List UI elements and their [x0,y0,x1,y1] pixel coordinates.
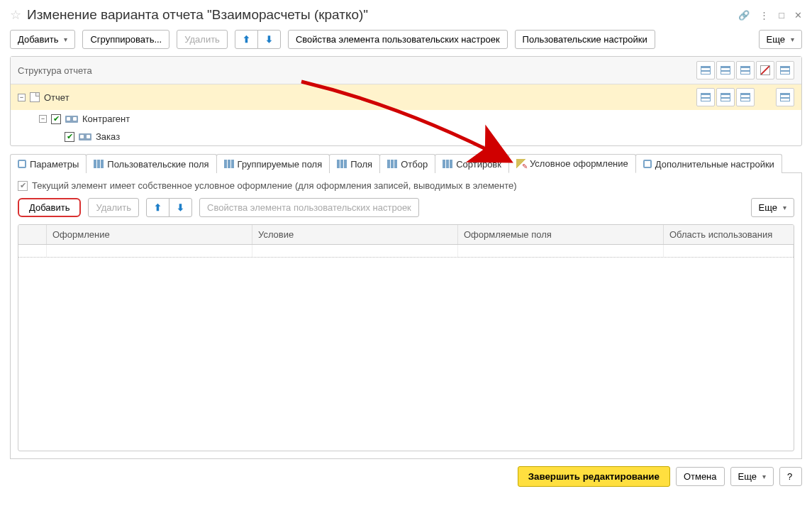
params-icon [18,160,26,168]
panel-icon-5[interactable] [776,61,794,79]
tab-parameters[interactable]: Параметры [10,154,87,173]
tab-conditional-appearance[interactable]: Условное оформление [508,154,636,173]
tree-label-report: Отчет [44,92,69,103]
panel-icon-1[interactable] [696,61,715,79]
delete-condition-button: Удалить [88,198,139,217]
group-button[interactable]: Сгруппировать... [82,30,169,49]
maximize-icon[interactable]: □ [779,10,784,21]
arrow-down-icon: ⬇ [265,34,273,45]
move-up-button[interactable]: ⬆ [235,30,258,49]
add-condition-button[interactable]: Добавить [18,198,81,217]
grid-empty-row [18,245,794,258]
filter-icon [387,160,397,168]
element-props-button[interactable]: Свойства элемента пользовательских настр… [288,30,508,49]
fields-icon [337,160,347,168]
tab-additional-settings[interactable]: Дополнительные настройки [635,154,782,173]
document-icon [30,92,40,102]
user-settings-button[interactable]: Пользовательские настройки [515,30,655,49]
report-structure-panel: Структура отчета − Отчет [10,56,802,146]
favorite-star-icon[interactable]: ☆ [10,7,21,23]
tree-row-report[interactable]: − Отчет [11,84,801,110]
group-icon [65,116,78,123]
tab-grouped-fields[interactable]: Группируемые поля [216,154,330,173]
report-tree: − Отчет − Контрагент [11,84,801,145]
close-icon[interactable]: ✕ [794,10,802,21]
row-icon-2[interactable] [716,88,735,106]
col-appearance: Оформление [47,225,252,244]
panel-icon-2[interactable] [716,61,735,79]
sort-icon [443,160,452,168]
own-conditional-checkbox[interactable] [18,181,28,191]
row-icon-4[interactable] [776,88,794,106]
tree-label-contractor: Контрагент [82,114,130,124]
finish-editing-button[interactable]: Завершить редактирование [518,466,670,487]
own-conditional-label: Текущий элемент имеет собственное условн… [32,180,517,191]
row-icon-1[interactable] [696,88,715,106]
checkbox-order[interactable] [65,132,74,142]
panel-title: Структура отчета [18,65,695,76]
settings-tabs: Параметры Пользовательские поля Группиру… [10,153,802,173]
row-icon-3[interactable] [736,88,755,106]
user-fields-icon [94,160,104,168]
delete-button: Удалить [177,30,228,49]
tab-user-fields[interactable]: Пользовательские поля [86,154,216,173]
additional-icon [643,160,652,168]
col-area: Область использования [664,225,794,244]
more-button[interactable]: Еще [759,30,802,49]
tab-content-conditional: Текущий элемент имеет собственное условн… [10,173,802,459]
tab-sort[interactable]: Сортировк [435,154,509,173]
conditions-grid[interactable]: Оформление Условие Оформляемые поля Обла… [18,224,794,451]
arrow-up-icon: ⬆ [243,34,250,45]
tree-row-order[interactable]: Заказ [11,128,801,145]
arrow-up-icon: ⬆ [154,202,162,213]
tab-fields[interactable]: Поля [329,154,380,173]
grid-header: Оформление Условие Оформляемые поля Обла… [18,225,794,245]
titlebar: ☆ Изменение варианта отчета "Взаиморасче… [10,7,802,23]
cancel-button[interactable]: Отмена [676,467,725,486]
conditional-icon [516,159,526,169]
footer-more-button[interactable]: Еще [730,467,774,486]
panel-icon-3[interactable] [736,61,755,79]
expander-icon[interactable]: − [18,94,26,101]
group-icon [79,133,91,140]
footer: Завершить редактирование Отмена Еще ? [10,466,802,487]
checkbox-contractor[interactable] [51,114,61,124]
tree-label-order: Заказ [96,131,120,142]
cond-more-button[interactable]: Еще [751,198,794,217]
arrow-down-icon: ⬇ [177,202,184,213]
help-button[interactable]: ? [779,467,802,486]
kebab-menu-icon[interactable]: ⋮ [760,10,769,21]
move-down-button[interactable]: ⬇ [257,30,281,49]
tab-filter[interactable]: Отбор [379,154,435,173]
add-button[interactable]: Добавить [10,30,75,49]
col-condition: Условие [252,225,458,244]
cond-element-props-button: Свойства элемента пользовательских настр… [199,198,419,217]
cond-move-down-button[interactable]: ⬇ [169,198,192,217]
window-title: Изменение варианта отчета "Взаиморасчеты… [27,7,733,23]
link-icon[interactable]: 🔗 [738,10,750,21]
cond-move-up-button[interactable]: ⬆ [146,198,169,217]
grouped-fields-icon [224,160,234,168]
tree-row-contractor[interactable]: − Контрагент [11,110,801,128]
panel-icon-4[interactable] [756,61,774,79]
main-toolbar: Добавить Сгруппировать... Удалить ⬆ ⬇ Св… [10,30,802,49]
expander-icon[interactable]: − [39,115,47,123]
col-fields: Оформляемые поля [458,225,664,244]
